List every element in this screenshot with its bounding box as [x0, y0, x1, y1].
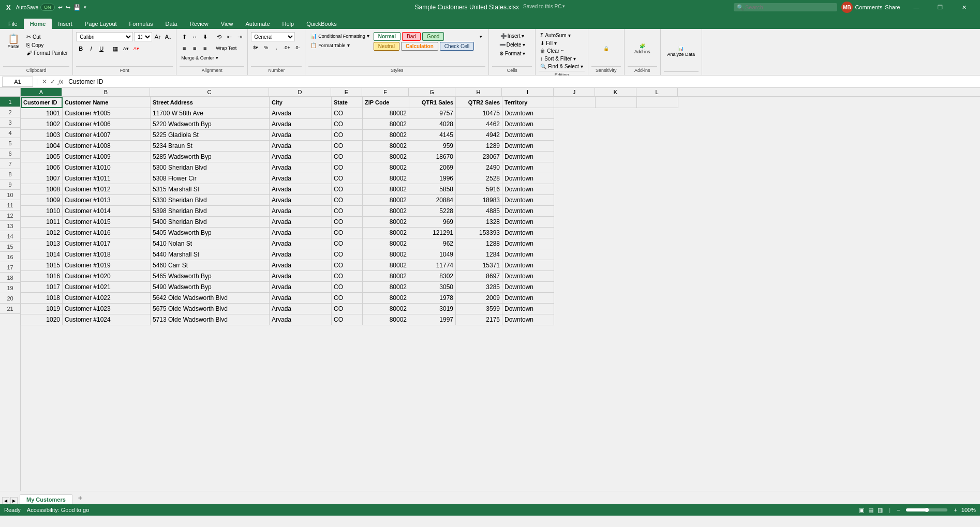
view-normal-btn[interactable]: ▣ — [859, 507, 864, 514]
col-header-F[interactable]: F — [362, 88, 409, 96]
row-num-13[interactable]: 13 — [0, 221, 20, 231]
cell-8-7[interactable]: 1996 — [409, 173, 456, 184]
cell-11-9[interactable]: Downtown — [502, 206, 554, 217]
cell-18-1[interactable]: 1017 — [21, 282, 63, 293]
cell-9-9[interactable]: Downtown — [502, 184, 554, 195]
col-header-H[interactable]: H — [455, 88, 502, 96]
cell-21-9[interactable]: Downtown — [502, 314, 554, 325]
col-header-E[interactable]: E — [331, 88, 362, 96]
cell-19-7[interactable]: 1978 — [409, 293, 456, 304]
zoom-out-btn[interactable]: − — [897, 507, 900, 513]
cell-15-1[interactable]: 1014 — [21, 249, 63, 260]
decimal-dec-btn[interactable]: .0- — [292, 43, 302, 52]
cell-19-5[interactable]: CO — [332, 293, 363, 304]
cell-15-2[interactable]: Customer #1018 — [63, 249, 151, 260]
cell-6-1[interactable]: 1005 — [21, 152, 63, 162]
cell-reference-input[interactable] — [2, 77, 33, 87]
col-header-A[interactable]: A — [21, 88, 62, 96]
cell-6-6[interactable]: 80002 — [363, 152, 409, 162]
cell-12-4[interactable]: Arvada — [270, 217, 332, 228]
cell-7-7[interactable]: 2069 — [409, 162, 456, 173]
header-cell-8[interactable]: QTR2 Sales — [456, 97, 502, 108]
cell-7-9[interactable]: Downtown — [502, 162, 554, 173]
indent-inc-btn[interactable]: ⇥ — [235, 32, 244, 41]
tab-view[interactable]: View — [215, 19, 240, 29]
cell-16-3[interactable]: 5460 Carr St — [151, 260, 270, 271]
cell-18-3[interactable]: 5490 Wadsworth Byp — [151, 282, 270, 293]
cell-14-5[interactable]: CO — [332, 238, 363, 249]
cell-18-2[interactable]: Customer #1021 — [63, 282, 151, 293]
align-top-btn[interactable]: ⬆ — [180, 32, 189, 41]
cell-11-7[interactable]: 5228 — [409, 206, 456, 217]
cell-21-1[interactable]: 1020 — [21, 314, 63, 325]
cell-16-2[interactable]: Customer #1019 — [63, 260, 151, 271]
tab-automate[interactable]: Automate — [239, 19, 276, 29]
header-cell-5[interactable]: State — [332, 97, 363, 108]
cell-10-4[interactable]: Arvada — [270, 195, 332, 206]
cell-19-1[interactable]: 1018 — [21, 293, 63, 304]
col-header-K[interactable]: K — [595, 88, 636, 96]
cell-21-5[interactable]: CO — [332, 314, 363, 325]
cell-5-4[interactable]: Arvada — [270, 141, 332, 152]
bold-btn[interactable]: B — [76, 44, 85, 53]
cell-5-8[interactable]: 1289 — [456, 141, 502, 152]
cell-12-3[interactable]: 5400 Sheridan Blvd — [151, 217, 270, 228]
cell-18-7[interactable]: 3050 — [409, 282, 456, 293]
cell-8-8[interactable]: 2528 — [456, 173, 502, 184]
cell-9-7[interactable]: 5858 — [409, 184, 456, 195]
cell-11-4[interactable]: Arvada — [270, 206, 332, 217]
cell-11-3[interactable]: 5398 Sheridan Blvd — [151, 206, 270, 217]
style-bad-btn[interactable]: Bad — [402, 32, 421, 41]
header-cell-4[interactable]: City — [270, 97, 332, 108]
cell-6-8[interactable]: 23067 — [456, 152, 502, 162]
cell-8-2[interactable]: Customer #1011 — [63, 173, 151, 184]
wrap-text-btn[interactable]: Wrap Text — [214, 45, 238, 51]
cell-9-4[interactable]: Arvada — [270, 184, 332, 195]
row-num-17[interactable]: 17 — [0, 262, 20, 273]
cell-15-3[interactable]: 5440 Marshall St — [151, 249, 270, 260]
underline-btn[interactable]: U — [97, 44, 106, 53]
cell-16-4[interactable]: Arvada — [270, 260, 332, 271]
style-normal-btn[interactable]: Normal — [374, 32, 400, 41]
insert-function-btn[interactable]: 𝑓x — [57, 78, 64, 85]
font-size-select[interactable]: 11 — [134, 32, 152, 41]
cell-3-1[interactable]: 1002 — [21, 119, 63, 130]
cell-2-1[interactable]: 1001 — [21, 108, 63, 119]
clear-btn[interactable]: 🗑 Clear ~ — [539, 48, 566, 54]
fill-btn[interactable]: ⬇ Fill ▾ — [539, 40, 558, 47]
cell-14-2[interactable]: Customer #1017 — [63, 238, 151, 249]
redo-btn[interactable]: ↪ — [66, 4, 70, 11]
cell-18-4[interactable]: Arvada — [270, 282, 332, 293]
cell-11-8[interactable]: 4885 — [456, 206, 502, 217]
cell-8-9[interactable]: Downtown — [502, 173, 554, 184]
align-right-btn[interactable]: ≡ — [200, 43, 210, 53]
customize-qat[interactable]: ▾ — [84, 5, 86, 10]
cell-17-1[interactable]: 1016 — [21, 271, 63, 282]
cell-19-3[interactable]: 5642 Olde Wadsworth Blvd — [151, 293, 270, 304]
sensitivity-btn[interactable]: 🔒 — [596, 44, 616, 53]
number-format-select[interactable]: General — [251, 32, 295, 41]
cell-11-6[interactable]: 80002 — [363, 206, 409, 217]
tab-review[interactable]: Review — [184, 19, 215, 29]
cell-14-3[interactable]: 5410 Nolan St — [151, 238, 270, 249]
tab-scroll-left[interactable]: ◀ — [2, 497, 9, 504]
cell-17-4[interactable]: Arvada — [270, 271, 332, 282]
cell-10-9[interactable]: Downtown — [502, 195, 554, 206]
sheet-tab-my-customers[interactable]: My Customers — [20, 494, 72, 505]
row-num-3[interactable]: 3 — [0, 117, 20, 128]
cell-20-3[interactable]: 5675 Olde Wadsworth Blvd — [151, 304, 270, 314]
cell-7-3[interactable]: 5300 Sheridan Blvd — [151, 162, 270, 173]
conditional-formatting-btn[interactable]: 📊 Conditional Formatting ▾ — [308, 32, 372, 40]
user-avatar[interactable]: MB — [841, 2, 853, 13]
cell-4-4[interactable]: Arvada — [270, 130, 332, 141]
cell-5-3[interactable]: 5234 Braun St — [151, 141, 270, 152]
cell-21-7[interactable]: 1997 — [409, 314, 456, 325]
cell-6-4[interactable]: Arvada — [270, 152, 332, 162]
cell-10-2[interactable]: Customer #1013 — [63, 195, 151, 206]
cell-18-8[interactable]: 3285 — [456, 282, 502, 293]
percent-btn[interactable]: % — [261, 43, 271, 52]
header-cell-9[interactable]: Territory — [502, 97, 554, 108]
style-neutral-btn[interactable]: Neutral — [374, 42, 399, 51]
cell-4-6[interactable]: 80002 — [363, 130, 409, 141]
cut-btn[interactable]: ✂ Cut — [25, 33, 69, 41]
